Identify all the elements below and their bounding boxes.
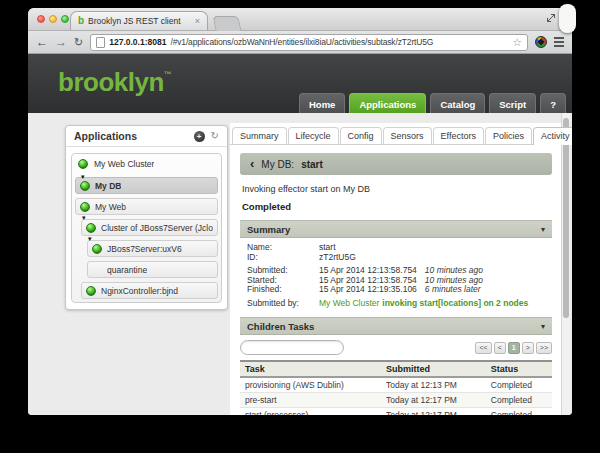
vertical-scrollbar[interactable] — [561, 113, 570, 415]
nav-button-applications[interactable]: Applications — [349, 93, 426, 114]
summary-row-label: Finished: — [247, 284, 319, 294]
summary-row-note: 10 minutes ago — [425, 265, 483, 275]
summary-row-value: zT2rtU5G — [319, 252, 356, 262]
back-icon[interactable]: ← — [36, 36, 48, 48]
close-window-button[interactable] — [37, 15, 45, 23]
summary-row-label: Name: — [247, 242, 319, 252]
scrollbar-thumb[interactable] — [563, 118, 569, 318]
summary-row-value: 15 Apr 2014 12:13:58.754 — [319, 275, 417, 285]
applications-panel: Applications + ↻ My Web Cluster▾My DBMy … — [65, 125, 228, 310]
reload-icon[interactable]: ↻ — [74, 37, 83, 48]
status-orb-green-icon — [86, 223, 96, 233]
children-section-header[interactable]: Children Tasks ▾ — [240, 317, 552, 335]
tree-item-cluster-of-jboss7server-jcloudslocat[interactable]: Cluster of JBoss7Server (JcloudsLocat▾ — [81, 219, 218, 236]
summary-rows: Name:startID:zT2rtU5GSubmitted:15 Apr 20… — [240, 238, 552, 309]
window-controls — [37, 15, 69, 23]
column-header-task[interactable]: Task — [240, 361, 381, 377]
task-search-box[interactable] — [240, 340, 344, 355]
summary-section-title: Summary — [247, 224, 290, 235]
column-header-status[interactable]: Status — [486, 361, 552, 377]
summary-section-header[interactable]: Summary ▾ — [240, 220, 552, 238]
summary-row-name: Name:start — [247, 242, 545, 252]
tab-activity[interactable]: Activity — [533, 127, 572, 145]
background-window-artifact — [559, 4, 576, 33]
bookmark-star-icon[interactable]: ☆ — [512, 37, 522, 48]
new-tab-button[interactable] — [212, 16, 241, 31]
forward-icon[interactable]: → — [55, 36, 67, 48]
tree-item-quarantine[interactable]: quarantine — [87, 261, 218, 278]
prev-page-button[interactable]: < — [494, 342, 506, 354]
tree-item-label: My Web Cluster — [94, 159, 154, 169]
tab-lifecycle[interactable]: Lifecycle — [288, 127, 339, 144]
children-controls: <<<1>>> — [240, 340, 552, 355]
status-orb-green-icon — [86, 286, 96, 296]
back-chevron-icon[interactable]: ‹ — [250, 157, 254, 170]
collapse-caret-icon[interactable]: ▾ — [541, 322, 545, 331]
table-row[interactable]: provisioning (AWS Dublin)Today at 12:13 … — [240, 377, 552, 393]
task-submitted: Today at 12:13 PM — [381, 377, 486, 393]
tab-effectors[interactable]: Effectors — [433, 127, 484, 144]
status-orb-green-icon — [78, 159, 88, 169]
summary-row-finished: Finished:15 Apr 2014 12:19:35.1066 minut… — [247, 284, 545, 294]
tree-item-my-web[interactable]: My Web▾ — [75, 198, 218, 215]
task-search-input[interactable] — [249, 343, 359, 353]
nav-button-catalog[interactable]: Catalog — [430, 93, 485, 114]
add-application-icon[interactable]: + — [194, 131, 205, 142]
last-page-button[interactable]: >> — [536, 342, 552, 354]
zoom-window-button[interactable] — [61, 15, 69, 23]
app-header: brooklyn™ HomeApplicationsCatalogScript? — [28, 54, 572, 115]
address-bar[interactable]: 127.0.0.1:8081 /#v1/applications/ozbWaNn… — [90, 34, 528, 51]
tree-item-label: JBoss7Server:uxV6 — [107, 244, 182, 254]
applications-panel-title: Applications — [74, 130, 194, 142]
nav-button-home[interactable]: Home — [299, 93, 345, 114]
tree-item-label: My DB — [95, 181, 121, 191]
tree-item-label: My Web — [95, 202, 126, 212]
tab-close-icon[interactable]: × — [195, 17, 200, 26]
tab-sensors[interactable]: Sensors — [383, 127, 432, 144]
tree-item-nginxcontroller-bjnd[interactable]: NginxController:bjnd — [81, 282, 218, 299]
table-row[interactable]: start (processes)Today at 12:17 PMComple… — [240, 408, 552, 416]
tree-item-label: NginxController:bjnd — [101, 286, 178, 296]
refresh-icon[interactable]: ↻ — [211, 131, 219, 141]
status-orb-green-icon — [92, 244, 102, 254]
task-name: start (processes) — [240, 408, 381, 416]
tree-item-jboss7server-uxv6[interactable]: JBoss7Server:uxV6 — [87, 240, 218, 257]
summary-row-id: ID:zT2rtU5G — [247, 252, 545, 262]
url-host: 127.0.0.1:8081 — [109, 37, 166, 47]
task-status: Completed — [486, 408, 552, 416]
tab-policies[interactable]: Policies — [485, 127, 532, 144]
pager: <<<1>>> — [475, 342, 552, 354]
nav-button-help[interactable]: ? — [540, 93, 566, 114]
task-status: Completed — [486, 377, 552, 393]
main-tabs: SummaryLifecycleConfigSensorsEffectorsPo… — [230, 123, 562, 145]
expand-caret-icon[interactable]: ▾ — [81, 173, 85, 180]
tree-item-label: Cluster of JBoss7Server (JcloudsLocat — [101, 223, 213, 233]
tab-config[interactable]: Config — [340, 127, 382, 144]
submitted-by-link[interactable]: My Web Cluster — [319, 298, 379, 308]
minimize-window-button[interactable] — [49, 15, 57, 23]
collapse-caret-icon[interactable]: ▾ — [541, 225, 545, 234]
summary-row-value: 15 Apr 2014 12:13:58.754 — [319, 265, 417, 275]
fullscreen-icon[interactable] — [546, 13, 556, 23]
tab-summary[interactable]: Summary — [232, 127, 287, 144]
next-page-button[interactable]: > — [522, 342, 534, 354]
tree-item-my-web-cluster[interactable]: My Web Cluster▾ — [75, 154, 218, 173]
children-section-title: Children Tasks — [247, 321, 314, 332]
browser-tab[interactable]: b Brooklyn JS REST client × — [70, 11, 208, 30]
page-button-1[interactable]: 1 — [508, 342, 520, 354]
task-breadcrumb[interactable]: ‹ My DB: start — [240, 153, 552, 175]
status-orb-green-icon — [80, 202, 90, 212]
nav-button-script[interactable]: Script — [489, 93, 536, 114]
column-header-submitted[interactable]: Submitted — [381, 361, 486, 377]
browser-profile-icon[interactable] — [535, 36, 547, 48]
tree-item-my-db[interactable]: My DB — [75, 177, 218, 194]
page-content: Applications + ↻ My Web Cluster▾My DBMy … — [28, 113, 572, 415]
expand-caret-icon[interactable]: ▾ — [88, 235, 92, 242]
expand-caret-icon[interactable]: ▾ — [82, 214, 86, 221]
table-row[interactable]: pre-startToday at 12:17 PMCompleted — [240, 393, 552, 408]
browser-menu-icon[interactable] — [554, 37, 564, 47]
first-page-button[interactable]: << — [475, 342, 491, 354]
tree-item-label: quarantine — [107, 265, 147, 275]
trademark-symbol: ™ — [164, 70, 172, 79]
entity-detail-panel: SummaryLifecycleConfigSensorsEffectorsPo… — [230, 123, 562, 415]
